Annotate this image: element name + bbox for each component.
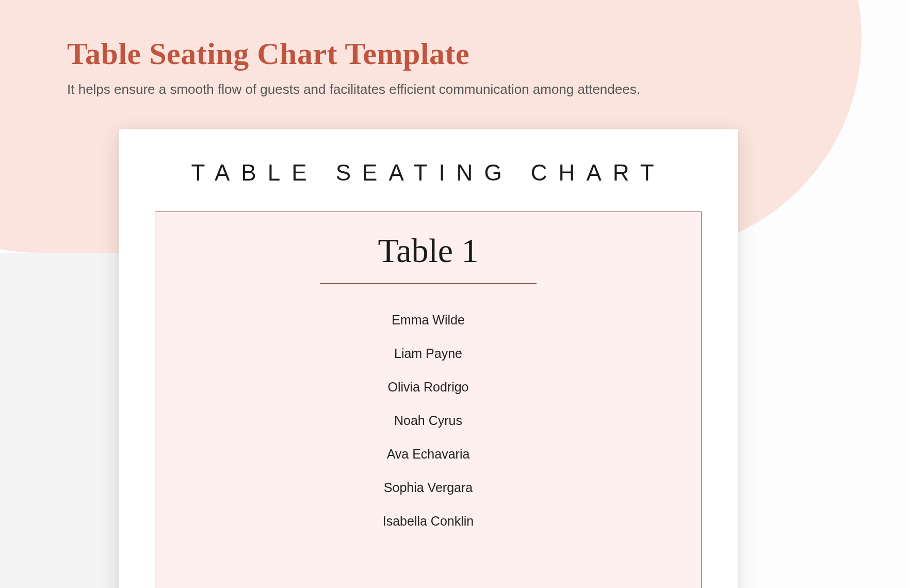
guest-list: Emma Wilde Liam Payne Olivia Rodrigo Noa… xyxy=(155,313,701,529)
divider-line xyxy=(320,283,537,284)
guest-name: Emma Wilde xyxy=(392,313,465,328)
guest-name: Sophia Vergara xyxy=(384,480,473,495)
guest-name: Isabella Conklin xyxy=(383,514,474,529)
chart-title: TABLE SEATING CHART xyxy=(119,160,738,186)
guest-name: Olivia Rodrigo xyxy=(387,380,468,395)
table-frame: Table 1 Emma Wilde Liam Payne Olivia Rod… xyxy=(155,211,702,588)
guest-name: Liam Payne xyxy=(394,346,462,361)
template-preview-stage: Table Seating Chart Template It helps en… xyxy=(0,0,908,588)
page-title: Table Seating Chart Template xyxy=(67,36,469,72)
document-card: TABLE SEATING CHART Table 1 Emma Wilde L… xyxy=(119,129,738,588)
grey-background-block xyxy=(0,253,119,588)
table-label: Table 1 xyxy=(155,234,701,268)
page-subtitle: It helps ensure a smooth flow of guests … xyxy=(67,81,640,97)
guest-name: Noah Cyrus xyxy=(394,413,462,428)
guest-name: Ava Echavaria xyxy=(387,447,470,462)
